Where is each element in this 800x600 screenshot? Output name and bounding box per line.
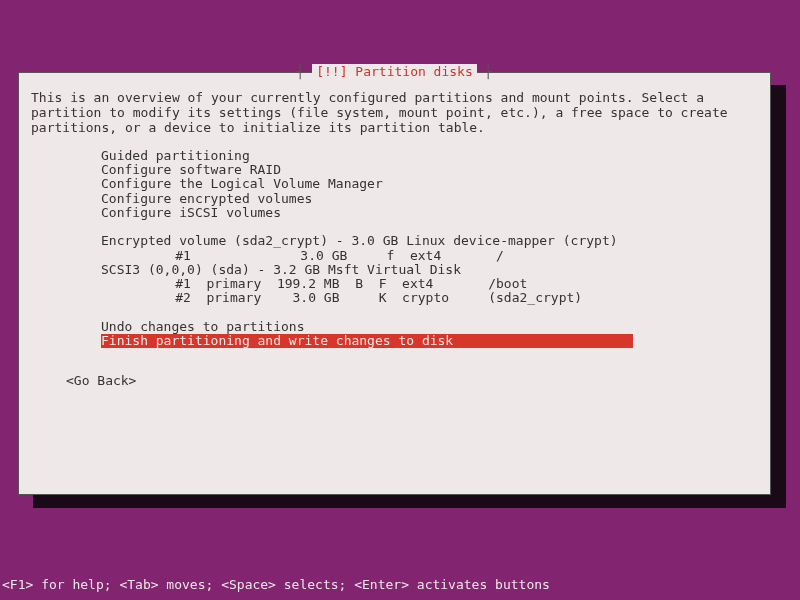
blank-line: [101, 306, 758, 320]
menu-configure-lvm[interactable]: Configure the Logical Volume Manager: [101, 177, 758, 191]
title-border-right: ├: [477, 64, 493, 79]
menu-guided-partitioning[interactable]: Guided partitioning: [101, 149, 758, 163]
menu-finish-partitioning[interactable]: Finish partitioning and write changes to…: [101, 334, 633, 348]
title-border-left: ┤: [297, 64, 313, 79]
menu-configure-raid[interactable]: Configure software RAID: [101, 163, 758, 177]
dialog-title: [!!] Partition disks: [312, 64, 477, 79]
menu-configure-encrypted[interactable]: Configure encrypted volumes: [101, 192, 758, 206]
footer-help-text: <F1> for help; <Tab> moves; <Space> sele…: [2, 578, 550, 592]
dialog-title-row: ┤ [!!] Partition disks ├: [19, 65, 770, 79]
partition-sda-2[interactable]: #2 primary 3.0 GB K crypto (sda2_crypt): [101, 291, 758, 305]
menu-configure-iscsi[interactable]: Configure iSCSI volumes: [101, 206, 758, 220]
menu-undo-changes[interactable]: Undo changes to partitions: [101, 320, 758, 334]
intro-text: This is an overview of your currently co…: [31, 91, 758, 136]
disk-encrypted-volume[interactable]: Encrypted volume (sda2_crypt) - 3.0 GB L…: [101, 234, 758, 248]
menu-area: Guided partitioning Configure software R…: [31, 149, 758, 349]
partition-sda-1[interactable]: #1 primary 199.2 MB B F ext4 /boot: [101, 277, 758, 291]
go-back-button[interactable]: <Go Back>: [31, 374, 758, 388]
partition-sda2crypt-1[interactable]: #1 3.0 GB f ext4 /: [101, 249, 758, 263]
dialog-content: This is an overview of your currently co…: [19, 73, 770, 399]
blank-line: [101, 220, 758, 234]
partition-dialog: ┤ [!!] Partition disks ├ This is an over…: [18, 72, 771, 495]
disk-scsi-sda[interactable]: SCSI3 (0,0,0) (sda) - 3.2 GB Msft Virtua…: [101, 263, 758, 277]
